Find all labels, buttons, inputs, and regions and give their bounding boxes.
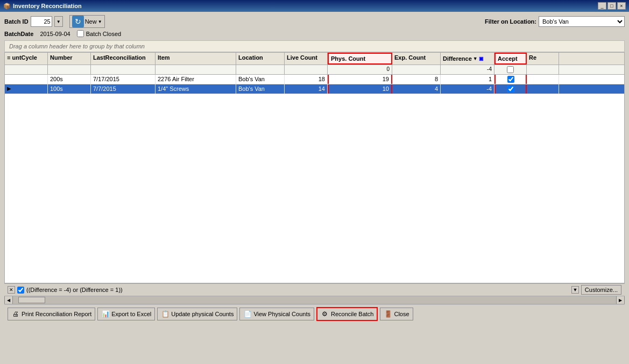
scroll-right-button[interactable]: ▶ [616,296,625,304]
col-header-re[interactable]: Re [527,53,559,65]
minimize-button[interactable]: _ [598,2,606,10]
col-header-untcycle[interactable]: ≡ untCycle [5,53,48,65]
filter-options-button[interactable]: ▼ [571,286,579,294]
cell-number-2: 100s [48,84,91,94]
batch-closed-label: Batch Closed [86,31,121,37]
maximize-button[interactable]: □ [607,2,616,10]
col-header-accept[interactable]: Accept [494,53,527,65]
table-row[interactable]: 200s 7/17/2015 2276 Air Filter Bob's Van… [5,75,624,84]
filter-cell-item [156,65,236,74]
cell-livecount-2: 14 [285,84,328,94]
col-header-location[interactable]: Location [236,53,285,65]
filter-cell-physcount[interactable]: 0 [328,65,392,74]
batch-closed-checkbox[interactable] [77,30,84,37]
filter-active-icon: ▣ [479,56,484,61]
app-icon: 📦 [3,3,11,10]
cell-number-1: 200s [48,75,91,84]
sort-icon: ▼ [473,56,478,61]
new-button[interactable]: ↻ New ▼ [69,15,105,28]
filter-row: 0 -4 [5,65,624,75]
footer-bar: 🖨 Print Reconciliation Report 📊 Export t… [4,304,625,323]
filter-location-select[interactable]: Bob's Van Warehouse All Locations [539,16,625,27]
col-untcycle-icon: ≡ [7,54,10,61]
update-physical-counts-button[interactable]: 📋 Update physical Counts [157,308,237,320]
scroll-thumb[interactable] [18,297,45,303]
accept-checkbox-1[interactable] [507,76,514,83]
cell-item-1: 2276 Air Filter [156,75,236,84]
close-footer-icon: 🚪 [384,310,392,318]
filter-accept-checkbox[interactable] [497,66,524,73]
batch-id-input[interactable] [31,16,52,27]
cell-difference-2: -4 [441,84,494,94]
cell-indicator-2: ▶ [5,84,48,94]
customize-button[interactable]: Customize... [581,285,621,295]
cell-physcount-1[interactable]: 19 [328,75,392,84]
batch-id-spinner[interactable]: ▼ [54,16,63,27]
batch-date-row: BatchDate 2015-09-04 Batch Closed [4,30,625,37]
excel-icon: 📊 [101,310,110,318]
col-header-difference[interactable]: Difference ▼ ▣ [441,53,494,65]
drag-header: Drag a column header here to group by th… [4,40,625,52]
status-bar: ✕ ((Difference = -4) or (Difference = 1)… [4,283,625,296]
filter-cell-untcycle [5,65,48,74]
col-header-livecount[interactable]: Live Count [285,53,328,65]
filter-toggle-checkbox[interactable] [17,287,24,294]
title-bar: 📦 Inventory Reconciliation _ □ × [0,0,629,12]
cell-accept-1[interactable] [494,75,527,84]
window-body: Batch ID ▼ ↻ New ▼ Filter on Location: B… [0,12,629,325]
window-title: Inventory Reconciliation [13,3,82,9]
batch-id-label: Batch ID [4,18,29,25]
clear-filter-button[interactable]: ✕ [8,286,15,294]
title-bar-left: 📦 Inventory Reconciliation [3,3,82,10]
scroll-track[interactable] [13,296,616,304]
cell-difference-1: 1 [441,75,494,84]
view-icon: 📄 [243,310,252,318]
print-label: Print Reconciliation Report [22,311,91,317]
cell-expcount-1: 8 [392,75,441,84]
reconcile-batch-button[interactable]: ⚙ Reconcile Batch [316,307,378,321]
view-label: View Physical Counts [253,311,310,317]
table-row[interactable]: ▶ 100s 7/7/2015 1/4" Screws Bob's Van 14… [5,84,624,94]
batch-date-value: 2015-09-04 [40,31,70,37]
print-reconciliation-button[interactable]: 🖨 Print Reconciliation Report [8,308,95,320]
filter-cell-number [48,65,91,74]
filter-expression: ((Difference = -4) or (Difference = 1)) [26,287,569,293]
batch-closed-group: Batch Closed [77,30,121,37]
cell-accept-2[interactable] [494,84,527,94]
filter-cell-accept[interactable] [494,65,527,74]
filter-label: Filter on Location: [485,18,536,25]
col-header-number[interactable]: Number [48,53,91,65]
view-physical-counts-button[interactable]: 📄 View Physical Counts [239,308,314,320]
close-button[interactable]: 🚪 Close [380,308,413,320]
col-header-physcount[interactable]: Phys. Count [328,53,392,65]
cell-re-1 [527,75,559,84]
cell-lastreconciliation-1: 7/17/2015 [91,75,156,84]
grid-container[interactable]: ≡ untCycle Number LastReconciliation Ite… [4,52,625,283]
filter-cell-difference: -4 [441,65,494,74]
close-label: Close [394,311,409,317]
update-icon: 📋 [161,310,169,318]
filter-cell-location [236,65,285,74]
accept-checkbox-2[interactable] [507,85,514,92]
export-to-excel-button[interactable]: 📊 Export to Excel [97,308,155,320]
grid-header: ≡ untCycle Number LastReconciliation Ite… [5,53,624,65]
cell-re-2 [527,84,559,94]
filter-cell-livecount [285,65,328,74]
cell-lastreconciliation-2: 7/7/2015 [91,84,156,94]
filter-group: Filter on Location: Bob's Van Warehouse … [485,16,625,27]
cell-location-1: Bob's Van [236,75,285,84]
close-button[interactable]: × [617,2,626,10]
col-header-item[interactable]: Item [156,53,236,65]
title-bar-controls[interactable]: _ □ × [598,2,626,10]
reconcile-icon: ⚙ [321,310,329,318]
print-icon: 🖨 [11,310,20,318]
batch-id-group: Batch ID ▼ [4,16,63,27]
col-header-lastreconciliation[interactable]: LastReconciliation [91,53,156,65]
col-header-expcount[interactable]: Exp. Count [392,53,441,65]
filter-cell-expcount [392,65,441,74]
scroll-left-button[interactable]: ◀ [4,296,13,304]
export-label: Export to Excel [111,311,151,317]
horizontal-scrollbar[interactable]: ◀ ▶ [4,296,625,304]
new-button-label: New [85,18,97,25]
cell-physcount-2[interactable]: 10 [328,84,392,94]
